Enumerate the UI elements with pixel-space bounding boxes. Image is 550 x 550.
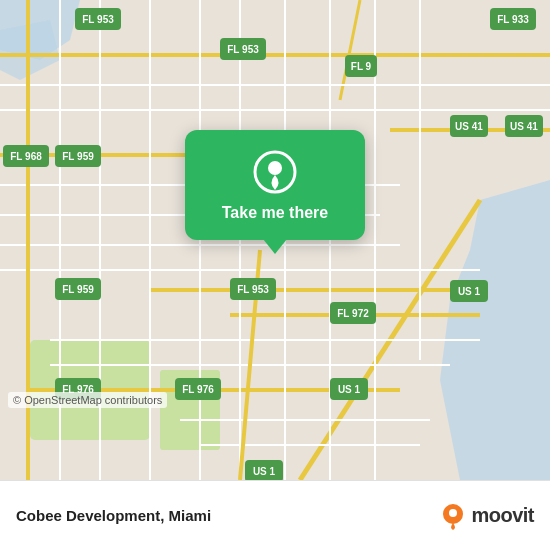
svg-text:FL 953: FL 953 xyxy=(227,44,259,55)
take-me-there-button[interactable]: Take me there xyxy=(222,204,328,222)
map-container: FL 953 FL 959 FL 933 FL 9 US 41 FL 968 F… xyxy=(0,0,550,480)
svg-text:FL 968: FL 968 xyxy=(10,151,42,162)
svg-text:US 1: US 1 xyxy=(458,286,481,297)
svg-text:FL 933: FL 933 xyxy=(497,14,529,25)
location-title: Cobee Development, Miami xyxy=(16,507,211,524)
bottom-location-text: Cobee Development, Miami xyxy=(16,507,439,525)
svg-text:FL 959: FL 959 xyxy=(62,151,94,162)
bottom-bar: Cobee Development, Miami moovit xyxy=(0,480,550,550)
svg-text:FL 976: FL 976 xyxy=(182,384,214,395)
location-pin-icon xyxy=(253,150,297,194)
svg-text:FL 959: FL 959 xyxy=(62,284,94,295)
moovit-brand-icon xyxy=(439,502,467,530)
svg-text:FL 9: FL 9 xyxy=(351,61,372,72)
osm-attribution: © OpenStreetMap contributors xyxy=(8,392,167,408)
svg-text:FL 953: FL 953 xyxy=(82,14,114,25)
svg-text:US 1: US 1 xyxy=(253,466,276,477)
moovit-brand-text: moovit xyxy=(471,504,534,527)
popup-card[interactable]: Take me there xyxy=(185,130,365,240)
moovit-logo[interactable]: moovit xyxy=(439,502,534,530)
svg-point-65 xyxy=(268,161,282,175)
svg-text:FL 953: FL 953 xyxy=(237,284,269,295)
svg-point-67 xyxy=(449,509,457,517)
svg-text:FL 972: FL 972 xyxy=(337,308,369,319)
svg-text:US 41: US 41 xyxy=(455,121,483,132)
svg-text:US 41: US 41 xyxy=(510,121,538,132)
svg-text:US 1: US 1 xyxy=(338,384,361,395)
